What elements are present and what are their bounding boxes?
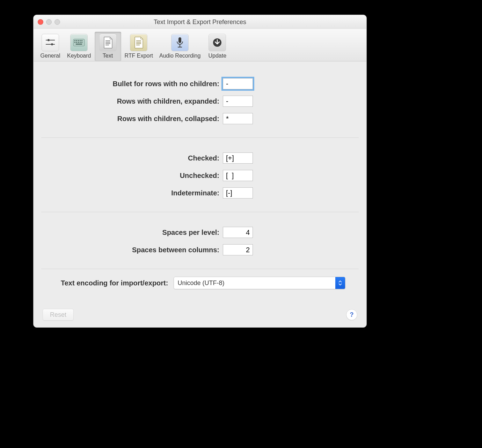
svg-rect-14	[81, 42, 82, 43]
preferences-window: Text Import & Export Preferences General…	[33, 15, 367, 328]
close-button[interactable]	[38, 19, 43, 25]
toolbar-item-text[interactable]: Text	[95, 32, 121, 61]
svg-point-2	[48, 39, 50, 41]
toolbar-item-label: Keyboard	[67, 53, 91, 59]
reset-button[interactable]: Reset	[43, 309, 74, 321]
spaces-per-level-field[interactable]	[223, 227, 253, 238]
bullet-no-children-field[interactable]	[223, 78, 253, 89]
chevron-up-down-icon	[335, 277, 345, 289]
separator	[41, 137, 359, 138]
checked-label: Checked:	[41, 154, 223, 162]
toolbar: General Keyboard Text RTF Export	[34, 29, 366, 61]
toolbar-item-label: Audio Recording	[159, 53, 200, 59]
bullet-collapsed-field[interactable]	[223, 113, 253, 124]
svg-rect-12	[78, 42, 79, 43]
encoding-label: Text encoding for import/export:	[61, 279, 168, 287]
encoding-select-value: Unicode (UTF-8)	[174, 277, 335, 289]
help-button[interactable]: ?	[346, 309, 357, 320]
keyboard-icon	[70, 34, 88, 51]
spacing-group: Spaces per level: Spaces between columns…	[41, 220, 359, 266]
zoom-button[interactable]	[54, 19, 60, 25]
svg-rect-10	[74, 42, 75, 43]
svg-rect-6	[76, 40, 77, 41]
toolbar-item-label: Text	[103, 53, 113, 59]
bullet-group: Bullet for rows with no children: Rows w…	[41, 71, 359, 135]
document-text-icon	[99, 34, 117, 51]
toolbar-item-general[interactable]: General	[37, 32, 64, 61]
sliders-icon	[42, 34, 59, 51]
minimize-button[interactable]	[46, 19, 52, 25]
footer: Reset ?	[41, 309, 359, 321]
download-icon	[209, 34, 226, 51]
toolbar-item-audio-recording[interactable]: Audio Recording	[156, 32, 203, 61]
bullet-expanded-label: Rows with children, expanded:	[41, 97, 223, 105]
encoding-row: Text encoding for import/export: Unicode…	[41, 277, 359, 289]
checkbox-group: Checked: Unchecked: Indeterminate:	[41, 145, 359, 209]
svg-rect-15	[76, 44, 82, 45]
svg-rect-13	[80, 42, 81, 43]
microphone-icon	[171, 34, 189, 51]
svg-point-3	[51, 43, 53, 45]
toolbar-item-update[interactable]: Update	[204, 32, 231, 61]
svg-rect-24	[178, 37, 181, 43]
toolbar-item-label: General	[41, 53, 60, 59]
indeterminate-label: Indeterminate:	[41, 189, 223, 197]
bullet-collapsed-label: Rows with children, collapsed:	[41, 115, 223, 123]
document-rtf-icon	[130, 34, 147, 51]
titlebar: Text Import & Export Preferences	[34, 15, 366, 29]
indeterminate-field[interactable]	[223, 187, 253, 199]
toolbar-item-rtf-export[interactable]: RTF Export	[122, 32, 156, 61]
separator	[41, 212, 359, 212]
bullet-no-children-label: Bullet for rows with no children:	[41, 80, 223, 88]
content-area: Bullet for rows with no children: Rows w…	[34, 61, 366, 328]
checked-field[interactable]	[223, 152, 253, 164]
spaces-between-columns-field[interactable]	[223, 244, 253, 255]
toolbar-item-keyboard[interactable]: Keyboard	[64, 32, 94, 61]
unchecked-field[interactable]	[223, 170, 253, 181]
toolbar-item-label: Update	[209, 53, 227, 59]
unchecked-label: Unchecked:	[41, 172, 223, 180]
svg-rect-7	[78, 40, 79, 41]
bullet-expanded-field[interactable]	[223, 96, 253, 107]
svg-rect-9	[81, 40, 82, 41]
window-title: Text Import & Export Preferences	[34, 18, 366, 26]
svg-rect-8	[80, 40, 81, 41]
svg-rect-11	[76, 42, 77, 43]
encoding-select[interactable]: Unicode (UTF-8)	[174, 277, 345, 289]
spaces-per-level-label: Spaces per level:	[41, 229, 223, 237]
separator	[41, 269, 359, 269]
toolbar-item-label: RTF Export	[125, 53, 153, 59]
spaces-between-columns-label: Spaces between columns:	[41, 246, 223, 254]
window-controls	[38, 19, 60, 25]
svg-rect-5	[74, 40, 75, 41]
